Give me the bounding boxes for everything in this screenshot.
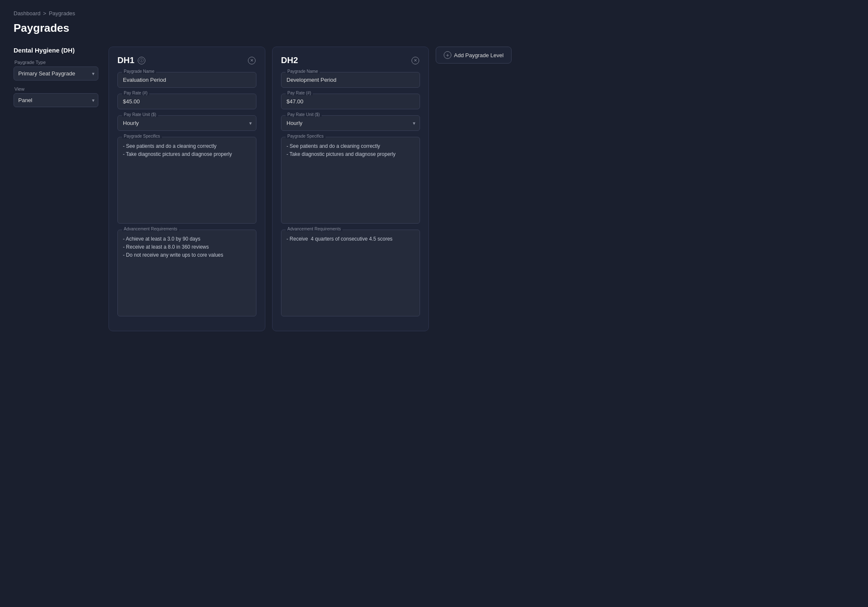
paygrade-type-select-wrapper: Primary Seat Paygrade Secondary Seat Pay… [14,67,98,80]
dh1-pay-rate-unit-wrapper: Pay Rate Unit ($) Hourly Salary Per Visi… [117,115,256,131]
dh2-paygrade-name-input[interactable] [281,72,420,87]
cards-area: DH1 ⓘ ✕ Paygrade Name Pay Rate (#) [108,47,854,331]
dh1-specifics-wrapper: Paygrade Specifics - See patients and do… [117,137,256,224]
dh1-pay-rate-unit-field: Pay Rate Unit ($) Hourly Salary Per Visi… [117,115,256,131]
dh1-pay-rate-unit-label: Pay Rate Unit ($) [122,112,158,117]
view-select-wrapper: Panel List ▾ [14,93,98,107]
dh2-pay-rate-label: Pay Rate (#) [286,91,313,95]
dh1-specifics-field: Paygrade Specifics - See patients and do… [117,137,256,224]
card-title-dh1: DH1 [117,55,134,65]
dh1-pay-rate-wrapper: Pay Rate (#) [117,94,256,109]
sidebar-section-title: Dental Hygiene (DH) [14,47,98,54]
dh2-advancement-field: Advancement Requirements - Receive 4 qua… [281,230,420,316]
paygrade-type-field: Paygrade Type Primary Seat Paygrade Seco… [14,60,98,80]
dh2-pay-rate-wrapper: Pay Rate (#) [281,94,420,109]
dh2-paygrade-name-wrapper: Paygrade Name [281,72,420,88]
dh2-specifics-wrapper: Paygrade Specifics - See patients and do… [281,137,420,224]
dh1-close-icon: ✕ [248,57,256,64]
dh1-pay-rate-input[interactable] [118,94,256,109]
view-field: View Panel List ▾ [14,86,98,107]
card-title-dh2: DH2 [281,55,298,65]
dh2-paygrade-name-field: Paygrade Name [281,72,420,88]
dh1-paygrade-name-label: Paygrade Name [122,69,156,74]
dh2-specifics-textarea[interactable]: - See patients and do a cleaning correct… [281,137,420,222]
add-paygrade-plus-icon: + [444,51,451,59]
breadcrumb: Dashboard > Paygrades [14,10,854,17]
dh1-advancement-label: Advancement Requirements [122,227,179,231]
dh2-paygrade-name-label: Paygrade Name [286,69,320,74]
view-label: View [14,86,98,91]
paygrade-type-select[interactable]: Primary Seat Paygrade Secondary Seat Pay… [14,67,98,80]
page-title: Paygrades [14,22,854,35]
dh1-advancement-wrapper: Advancement Requirements - Achieve at le… [117,230,256,316]
add-paygrade-button[interactable]: + Add Paygrade Level [436,47,512,64]
breadcrumb-separator: > [43,10,47,17]
dh1-pay-rate-field: Pay Rate (#) [117,94,256,109]
dh2-pay-rate-input[interactable] [281,94,420,109]
dh2-advancement-wrapper: Advancement Requirements - Receive 4 qua… [281,230,420,316]
dh1-advancement-field: Advancement Requirements - Achieve at le… [117,230,256,316]
dh1-advancement-textarea[interactable]: - Achieve at least a 3.0 by 90 days - Re… [118,230,256,315]
paygrade-card-dh2: DH2 ✕ Paygrade Name Pay Rate (#) [272,47,429,331]
card-title-group-dh2: DH2 [281,55,298,65]
breadcrumb-current: Paygrades [49,10,75,17]
view-select[interactable]: Panel List [14,94,98,107]
dh1-pay-rate-label: Pay Rate (#) [122,91,149,95]
dh1-paygrade-name-field: Paygrade Name [117,72,256,88]
dh2-pay-rate-unit-select[interactable]: Hourly Salary Per Visit [281,116,420,130]
paygrade-card-dh1: DH1 ⓘ ✕ Paygrade Name Pay Rate (#) [108,47,265,331]
dh1-specifics-textarea[interactable]: - See patients and do a cleaning correct… [118,137,256,222]
dh2-pay-rate-unit-label: Pay Rate Unit ($) [286,112,322,117]
breadcrumb-dashboard[interactable]: Dashboard [14,10,41,17]
dh2-specifics-label: Paygrade Specifics [286,134,326,139]
dh1-info-icon[interactable]: ⓘ [138,57,145,64]
card-title-group-dh1: DH1 ⓘ [117,55,145,65]
add-paygrade-label: Add Paygrade Level [454,52,504,58]
dh1-paygrade-name-input[interactable] [118,72,256,87]
card-header-dh1: DH1 ⓘ ✕ [117,55,256,65]
dh1-specifics-label: Paygrade Specifics [122,134,162,139]
dh2-advancement-textarea[interactable]: - Receive 4 quarters of consecutive 4.5 … [281,230,420,315]
dh2-pay-rate-unit-wrapper: Pay Rate Unit ($) Hourly Salary Per Visi… [281,115,420,131]
sidebar: Dental Hygiene (DH) Paygrade Type Primar… [14,47,98,113]
dh2-specifics-field: Paygrade Specifics - See patients and do… [281,137,420,224]
dh2-close-button[interactable]: ✕ [411,56,420,65]
card-header-dh2: DH2 ✕ [281,55,420,65]
dh2-pay-rate-unit-field: Pay Rate Unit ($) Hourly Salary Per Visi… [281,115,420,131]
dh2-pay-rate-field: Pay Rate (#) [281,94,420,109]
actions-area: + Add Paygrade Level [436,47,512,64]
paygrade-type-label: Paygrade Type [14,60,98,65]
dh2-close-icon: ✕ [412,57,419,64]
dh1-pay-rate-unit-select[interactable]: Hourly Salary Per Visit [118,116,256,130]
dh1-close-button[interactable]: ✕ [247,56,256,65]
dh2-advancement-label: Advancement Requirements [286,227,342,231]
dh1-paygrade-name-wrapper: Paygrade Name [117,72,256,88]
